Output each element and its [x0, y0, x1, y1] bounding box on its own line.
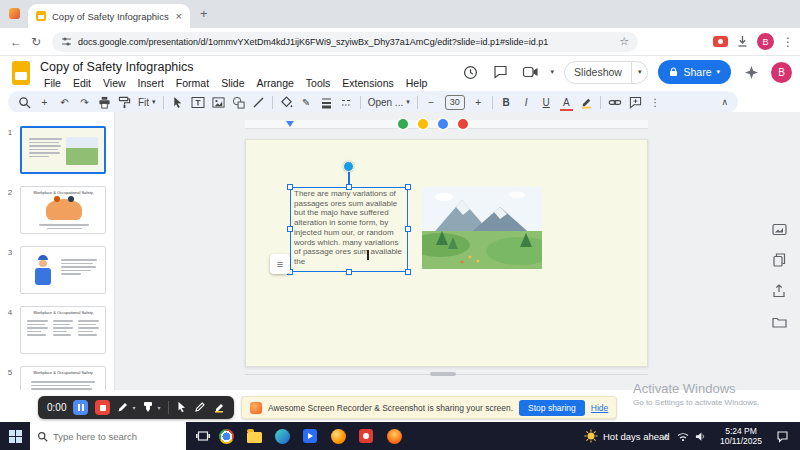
taskbar-clock[interactable]: 5:24 PM 10/11/2025	[712, 422, 770, 450]
document-title[interactable]: Copy of Safety Infographics	[40, 60, 194, 74]
export-panel-icon[interactable]	[770, 282, 788, 300]
resize-handle-n[interactable]	[346, 184, 352, 190]
network-icon[interactable]	[677, 431, 689, 441]
taskbar-edge-icon[interactable]	[274, 428, 290, 444]
tab-close-icon[interactable]: ×	[176, 10, 182, 22]
border-weight-icon[interactable]	[320, 94, 333, 110]
slideshow-button[interactable]: Slideshow ▾	[564, 61, 648, 84]
paint-format-icon[interactable]	[118, 94, 131, 110]
share-button[interactable]: Share ▾	[658, 60, 731, 84]
increase-font-size-button[interactable]: +	[472, 94, 485, 110]
marker-tool-icon[interactable]	[213, 399, 225, 417]
editor-canvas[interactable]: There are many variations of passages or…	[115, 112, 800, 390]
annotation-color-red[interactable]	[458, 119, 468, 129]
bookmark-star-icon[interactable]: ☆	[619, 35, 629, 48]
selected-text-box[interactable]: There are many variations of passages or…	[290, 187, 408, 272]
copy-panel-icon[interactable]	[770, 251, 788, 269]
taskbar-media-player-icon[interactable]	[302, 428, 318, 444]
slide-thumbnail-5[interactable]: Workplace & Occupational Safety	[20, 366, 106, 390]
bold-button[interactable]: B	[500, 94, 513, 110]
version-history-icon[interactable]	[461, 62, 481, 82]
redo-icon[interactable]: ↷	[78, 94, 91, 110]
slides-logo-icon[interactable]	[12, 61, 30, 85]
border-dash-icon[interactable]	[340, 94, 353, 110]
browser-menu-icon[interactable]: ⋮	[782, 35, 794, 49]
print-icon[interactable]	[98, 94, 111, 110]
taskbar-chrome-icon[interactable]	[218, 428, 234, 444]
menu-insert[interactable]: Insert	[132, 76, 170, 90]
recording-extension-badge-icon[interactable]	[713, 36, 728, 47]
font-size-input[interactable]	[445, 95, 465, 110]
text-box-tool-icon[interactable]	[191, 94, 205, 110]
url-omnibox[interactable]: docs.google.com/presentation/d/1ommvYXet…	[52, 32, 638, 52]
menu-arrange[interactable]: Arrange	[250, 76, 299, 90]
site-info-icon[interactable]	[61, 36, 72, 47]
taskbar-red-app-icon[interactable]	[358, 428, 374, 444]
indent-marker[interactable]	[286, 121, 294, 127]
font-family-dropdown[interactable]: Open ...▾	[368, 97, 410, 108]
taskbar-firefox-icon[interactable]	[330, 428, 346, 444]
annotation-color-green[interactable]	[398, 119, 408, 129]
screenshot-panel-icon[interactable]	[770, 220, 788, 238]
pen-tool-dropdown-icon[interactable]: ▾	[132, 404, 135, 411]
stop-sharing-button[interactable]: Stop sharing	[519, 400, 585, 416]
annotation-color-blue[interactable]	[438, 119, 448, 129]
pause-recording-button[interactable]	[73, 400, 88, 415]
search-menus-icon[interactable]	[18, 94, 31, 110]
pencil-tool-icon[interactable]	[194, 399, 206, 417]
gemini-sparkle-icon[interactable]	[741, 62, 761, 82]
insert-link-icon[interactable]	[608, 94, 622, 110]
menu-format[interactable]: Format	[170, 76, 215, 90]
meet-camera-icon[interactable]	[521, 62, 541, 82]
menu-file[interactable]: File	[38, 76, 67, 90]
slide-image[interactable]	[422, 187, 542, 269]
drag-handle-chip[interactable]: ≡	[270, 254, 290, 274]
meet-dropdown-icon[interactable]: ▾	[551, 68, 555, 76]
resize-handle-s[interactable]	[346, 269, 352, 275]
share-dropdown-icon[interactable]: ▾	[716, 68, 720, 76]
slide-canvas[interactable]: There are many variations of passages or…	[245, 139, 648, 367]
more-toolbar-options-icon[interactable]: ⋮	[649, 94, 662, 110]
browser-tab[interactable]: Copy of Safety Infographics - ×	[28, 4, 190, 28]
underline-button[interactable]: U	[540, 94, 553, 110]
menu-help[interactable]: Help	[400, 76, 434, 90]
tray-chevron-icon[interactable]: ∧	[663, 422, 669, 450]
action-center-icon[interactable]	[776, 422, 789, 450]
insert-shape-icon[interactable]	[232, 94, 245, 110]
pen-tool-icon[interactable]	[117, 399, 129, 417]
border-color-icon[interactable]: ✎	[300, 94, 313, 110]
text-color-button[interactable]: A	[560, 94, 573, 110]
new-slide-button[interactable]: +	[38, 94, 51, 110]
decrease-font-size-button[interactable]: −	[425, 94, 438, 110]
slide-thumbnail-2[interactable]: Workplace & Occupational Safety	[20, 186, 106, 234]
start-button[interactable]	[0, 422, 30, 450]
slide-thumbnail-4[interactable]: Workplace & Occupational Safety	[20, 306, 106, 354]
taskbar-search-input[interactable]	[53, 431, 171, 442]
menu-view[interactable]: View	[97, 76, 132, 90]
folder-panel-icon[interactable]	[770, 313, 788, 331]
resize-handle-w[interactable]	[287, 226, 293, 232]
task-view-icon[interactable]	[190, 422, 216, 450]
refresh-icon[interactable]: ↻	[26, 35, 46, 49]
resize-handle-nw[interactable]	[287, 184, 293, 190]
weather-widget[interactable]: Hot days ahead	[584, 422, 670, 450]
slideshow-dropdown-icon[interactable]: ▾	[631, 62, 648, 83]
insert-line-icon[interactable]	[252, 94, 265, 110]
select-tool-icon[interactable]	[171, 94, 184, 110]
menu-slide[interactable]: Slide	[215, 76, 250, 90]
add-comment-icon[interactable]	[629, 94, 642, 110]
menu-tools[interactable]: Tools	[300, 76, 337, 90]
speaker-notes-handle[interactable]	[430, 372, 456, 376]
hide-notification-link[interactable]: Hide	[591, 403, 608, 413]
new-tab-button[interactable]: +	[200, 6, 208, 21]
download-icon[interactable]	[736, 35, 749, 48]
highlight-color-icon[interactable]	[580, 94, 593, 110]
browser-profile-avatar[interactable]: B	[757, 33, 774, 50]
resize-handle-ne[interactable]	[405, 184, 411, 190]
brush-tool-dropdown-icon[interactable]: ▾	[157, 404, 160, 411]
menu-edit[interactable]: Edit	[67, 76, 97, 90]
undo-icon[interactable]: ↶	[58, 94, 71, 110]
rotate-handle[interactable]	[343, 161, 354, 172]
speaker-icon[interactable]	[695, 431, 706, 442]
annotation-color-yellow[interactable]	[418, 119, 428, 129]
